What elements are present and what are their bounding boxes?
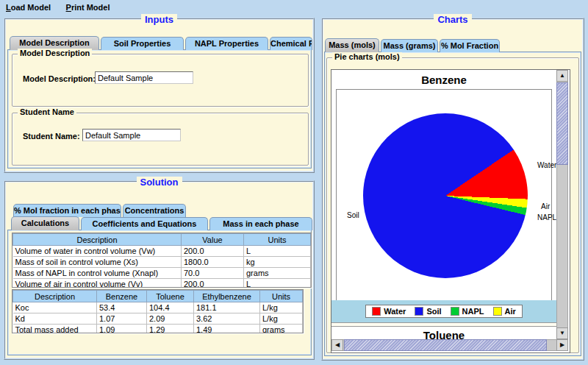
table-cell[interactable]: Volume of water in control volume (Vw) [13, 246, 182, 257]
solution-panel: Solution % Mol fraction in each phase Co… [4, 180, 315, 360]
table-cell[interactable]: grams [260, 325, 303, 334]
scroll-right-icon[interactable]: ▶ [556, 339, 568, 351]
pie-label-air: Air [541, 202, 550, 210]
benzene-legend: Water Soil NAPL Air [365, 305, 523, 318]
table-cell[interactable]: 2.09 [147, 313, 194, 325]
vertical-scrollbar[interactable]: ▲ ▼ [556, 70, 568, 339]
soil-swatch-icon [415, 307, 423, 316]
tab-coefficients-equations[interactable]: Coefficients and Equations [81, 217, 208, 230]
benzene-legend-strip: Water Soil NAPL Air [331, 300, 556, 322]
table-row: Kd 1.07 2.09 3.62 L/kg [13, 313, 303, 325]
toluene-chart-title: Toluene [331, 329, 556, 339]
charts-panel-title: Charts [323, 13, 583, 26]
legend-label: Water [384, 307, 406, 316]
tab-concentrations[interactable]: Concentrations [123, 204, 186, 217]
vertical-scrollbar-thumb[interactable] [556, 82, 568, 165]
model-description-input[interactable] [95, 71, 193, 84]
scroll-up-icon[interactable]: ▲ [556, 70, 568, 82]
table-cell[interactable]: L/kg [260, 313, 303, 325]
table-cell[interactable]: 53.4 [97, 302, 147, 313]
charts-viewport: Benzene Water Soil Air NAPL Water Soil [331, 70, 556, 339]
legend-item-napl: NAPL [451, 307, 484, 316]
legend-item-air: Air [493, 307, 516, 316]
column-header-description: Description [13, 234, 182, 246]
table-cell[interactable]: L [244, 279, 311, 288]
inputs-panel: Inputs Model Description Soil Properties… [4, 18, 315, 173]
table-cell[interactable]: L [244, 246, 311, 257]
table-cell[interactable]: 1.09 [97, 325, 147, 334]
student-name-label: Student Name: [23, 132, 80, 141]
table-row: Volume of air in control volume (Vv) 200… [13, 279, 311, 288]
menu-load-model-mnemonic: L [6, 3, 11, 12]
benzene-chart-title: Benzene [331, 74, 556, 86]
benzene-pie [363, 113, 528, 278]
pie-label-water: Water [537, 161, 556, 169]
table-cell[interactable]: Mass of NAPL in control volume (Xnapl) [13, 268, 182, 279]
table-cell[interactable]: kg [244, 257, 311, 268]
column-header-value: Value [182, 234, 244, 246]
pie-charts-group-title: Pie charts (mols) [332, 52, 402, 61]
menu-print-model-rest: rint Model [71, 3, 110, 12]
tab-napl-properties[interactable]: NAPL Properties [185, 37, 268, 50]
table-cell[interactable]: 104.4 [147, 302, 194, 313]
tab-mass-each-phase[interactable]: Mass in each phase [209, 217, 312, 230]
scroll-down-icon[interactable]: ▼ [556, 327, 568, 339]
table-cell[interactable]: Kd [13, 313, 97, 325]
legend-item-soil: Soil [415, 307, 441, 316]
column-header-units: Units [260, 291, 303, 302]
table-cell[interactable]: 1.29 [147, 325, 194, 334]
model-description-group: Model Description Model Description: [12, 54, 309, 107]
table-row: Volume of water in control volume (Vw) 2… [13, 246, 311, 257]
air-swatch-icon [493, 307, 502, 316]
model-description-group-title: Model Description [18, 49, 92, 57]
table-cell[interactable]: Volume of air in control volume (Vv) [13, 279, 182, 288]
benzene-plot-area [336, 89, 552, 301]
table-cell[interactable]: Mass of soil in control volume (Xs) [13, 257, 182, 268]
horizontal-scrollbar[interactable]: ◀ ▶ [331, 339, 568, 351]
column-header-units: Units [244, 234, 311, 246]
table-cell[interactable]: 70.0 [182, 268, 244, 279]
table-cell[interactable]: 1.49 [194, 325, 260, 334]
table-cell[interactable]: 1.07 [97, 313, 147, 325]
column-header-ethylbenzene: Ethylbenzene [194, 291, 260, 302]
control-volume-table: Description Value Units Volume of water … [12, 233, 311, 288]
scroll-left-icon[interactable]: ◀ [331, 339, 343, 351]
table-cell[interactable]: Total mass added [13, 325, 97, 334]
tab-mol-fraction[interactable]: % Mol fraction in each phase [13, 204, 121, 217]
menu-print-model[interactable]: Print Model [60, 1, 116, 13]
table-cell[interactable]: 200.0 [182, 279, 244, 288]
legend-label: Air [505, 307, 516, 316]
menu-bar: Load Model Print Model [0, 0, 588, 14]
horizontal-scrollbar-thumb[interactable] [344, 339, 547, 351]
legend-label: Soil [426, 307, 441, 316]
table-cell[interactable]: 181.1 [194, 302, 260, 313]
tab-mass-grams[interactable]: Mass (grams) [381, 39, 438, 52]
student-name-group-title: Student Name [18, 107, 76, 116]
tab-soil-properties[interactable]: Soil Properties [101, 37, 184, 50]
control-volume-header-row: Description Value Units [13, 234, 311, 246]
table-row: Koc 53.4 104.4 181.1 L/kg [13, 302, 303, 313]
table-cell[interactable]: L/kg [260, 302, 303, 313]
chemical-table-wrap: Description Benzene Toluene Ethylbenzene… [12, 289, 304, 333]
tab-mass-mols[interactable]: Mass (mols) [325, 38, 379, 52]
tab-chemical-properties[interactable]: Chemical Properties [270, 37, 312, 50]
student-name-input[interactable] [82, 129, 181, 141]
table-cell[interactable]: 200.0 [182, 246, 244, 257]
chemical-table: Description Benzene Toluene Ethylbenzene… [12, 290, 303, 333]
tab-calculations[interactable]: Calculations [11, 216, 79, 230]
column-header-benzene: Benzene [97, 291, 147, 302]
table-cell[interactable]: 1800.0 [182, 257, 244, 268]
table-row: Mass of NAPL in control volume (Xnapl) 7… [13, 268, 311, 279]
legend-label: NAPL [462, 307, 484, 316]
tab-mol-fraction-chart[interactable]: % Mol Fraction [440, 39, 500, 52]
chemical-header-row: Description Benzene Toluene Ethylbenzene… [13, 291, 303, 302]
model-description-label: Model Description: [23, 74, 96, 83]
table-cell[interactable]: grams [244, 268, 311, 279]
table-cell[interactable]: 3.62 [194, 313, 260, 325]
menu-load-model[interactable]: Load Model [0, 1, 57, 13]
napl-swatch-icon [451, 307, 459, 316]
table-cell[interactable]: Koc [13, 302, 97, 313]
inputs-panel-title: Inputs [5, 13, 313, 26]
menu-print-model-mnemonic: P [66, 3, 71, 12]
charts-panel: Charts Mass (mols) Mass (grams) % Mol Fr… [321, 18, 584, 361]
